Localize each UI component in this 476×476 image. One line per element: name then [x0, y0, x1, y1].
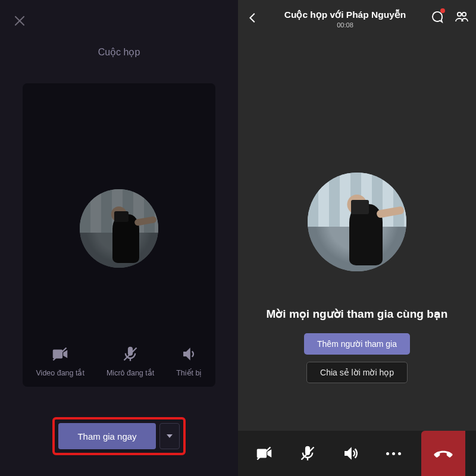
join-now-highlight: Tham gia ngay: [52, 417, 186, 455]
share-invite-button[interactable]: Chia sẻ lời mời họp: [306, 362, 408, 383]
prejoin-controls: Video đang tắt Micrô đang tắt Thiết bị: [23, 346, 215, 377]
add-people-button[interactable]: Thêm người tham gia: [304, 333, 410, 355]
header-actions: [430, 10, 469, 26]
camera-preview-card: Video đang tắt Micrô đang tắt Thiết bị: [23, 83, 215, 387]
video-off-icon: [52, 346, 68, 362]
prejoin-title: Cuộc họp: [0, 46, 238, 58]
mic-off-icon: [122, 346, 139, 362]
svg-point-3: [458, 12, 461, 16]
more-icon: [386, 452, 401, 455]
phone-hangup-icon: [433, 443, 453, 464]
device-settings-button[interactable]: Thiết bị: [176, 346, 202, 377]
join-options-button[interactable]: [159, 423, 180, 449]
meeting-title-block: Cuộc họp với Pháp Nguyễn 00:08: [261, 10, 430, 29]
close-icon[interactable]: [13, 14, 26, 27]
mic-off-icon: [299, 445, 316, 462]
participant-avatar: [308, 173, 406, 271]
unread-indicator-icon: [440, 8, 445, 13]
mic-off-label: Micrô đang tắt: [107, 368, 154, 377]
chat-button[interactable]: [430, 10, 444, 26]
invite-headline: Mời mọi người tham gia cùng bạn: [238, 307, 476, 321]
pre-join-screen: Cuộc họp Video đang tắt Micrô đang tắt T…: [0, 0, 238, 476]
arrow-left-icon: [246, 11, 259, 24]
video-off-label: Video đang tắt: [36, 368, 84, 377]
toggle-mic-button[interactable]: Micrô đang tắt: [107, 346, 154, 377]
in-meeting-screen: Cuộc họp với Pháp Nguyễn 00:08 Mời mọi n…: [238, 0, 476, 476]
invite-actions: Thêm người tham gia Chia sẻ lời mời họp: [238, 333, 476, 383]
participants-button[interactable]: [455, 10, 469, 26]
chevron-down-icon: [167, 434, 173, 438]
video-off-icon: [256, 445, 273, 462]
devices-label: Thiết bị: [176, 368, 202, 377]
hang-up-button[interactable]: [421, 431, 465, 476]
user-avatar: [80, 189, 158, 268]
speaker-icon: [342, 445, 359, 462]
back-button[interactable]: [245, 10, 261, 26]
meeting-header: Cuộc họp với Pháp Nguyễn 00:08: [238, 0, 476, 36]
join-now-button[interactable]: Tham gia ngay: [58, 423, 156, 449]
meeting-timer: 00:08: [261, 21, 430, 29]
toggle-mic-button[interactable]: [292, 438, 323, 469]
svg-point-4: [462, 12, 466, 16]
people-icon: [455, 10, 469, 24]
more-options-button[interactable]: [378, 438, 409, 469]
toggle-speaker-button[interactable]: [335, 438, 366, 469]
toggle-video-button[interactable]: Video đang tắt: [36, 346, 84, 377]
meeting-title: Cuộc họp với Pháp Nguyễn: [261, 10, 430, 20]
toggle-video-button[interactable]: [249, 438, 280, 469]
meeting-control-bar: [238, 431, 476, 476]
speaker-icon: [181, 346, 198, 362]
